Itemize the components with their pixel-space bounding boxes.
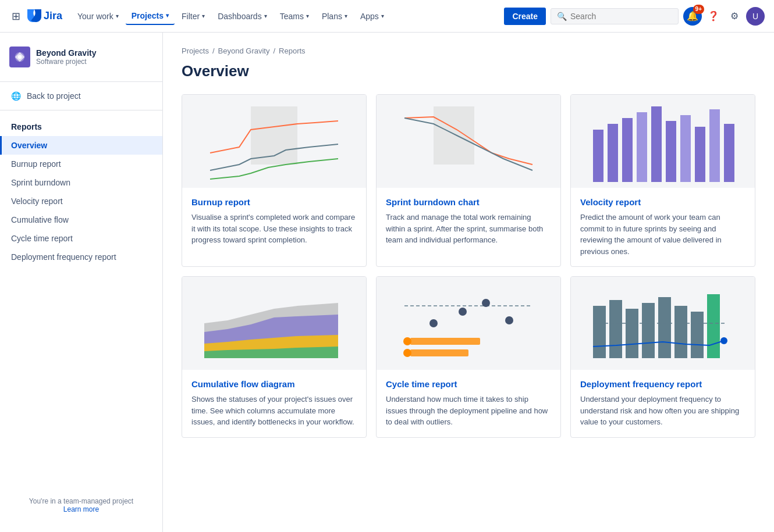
sprint-burndown-card-body: Sprint burndown chart Track and manage t… [377,188,560,255]
sidebar-item-burnup[interactable]: Burnup report [0,155,162,173]
nav-projects[interactable]: Projects ▾ [126,8,175,25]
create-button[interactable]: Create [504,8,546,25]
svg-rect-30 [642,303,655,358]
svg-rect-28 [609,300,622,358]
sidebar-project: Beyond Gravity Software project [0,42,162,77]
project-name: Beyond Gravity [36,48,96,58]
cards-grid: Burnup report Visualise a sprint's compl… [182,94,755,438]
burnup-label: Burnup report [11,159,61,169]
card-sprint-burndown[interactable]: Sprint burndown chart Track and manage t… [376,94,561,267]
sidebar-divider-2 [0,110,162,110]
help-button[interactable]: ❓ [704,7,723,26]
velocity-chart [571,95,755,188]
grid-icon[interactable]: ⊞ [9,8,23,25]
sprint-burndown-desc: Track and manage the total work remainin… [386,212,551,246]
svg-rect-23 [410,338,480,345]
svg-rect-33 [691,312,704,358]
sidebar-item-overview[interactable]: Overview [0,136,162,155]
nav-teams[interactable]: Teams ▾ [274,8,315,24]
avatar[interactable]: U [746,7,765,26]
sidebar-item-sprint-burndown[interactable]: Sprint burndown [0,173,162,192]
velocity-title: Velocity report [580,197,745,207]
notification-button[interactable]: 🔔 9+ [683,7,702,26]
sidebar-divider [0,81,162,82]
sidebar-item-deployment-freq[interactable]: Deployment frequency report [0,248,162,266]
project-info: Beyond Gravity Software project [36,48,96,66]
card-deployment-freq[interactable]: Deployment frequency report Understand y… [570,276,755,438]
svg-rect-27 [593,306,606,358]
svg-point-36 [720,337,727,344]
svg-point-21 [482,299,490,307]
footer-text: You're in a team-managed project [9,497,153,505]
topnav-actions: 🔔 9+ ❓ ⚙ U [683,7,765,26]
breadcrumb-beyond-gravity[interactable]: Beyond Gravity [218,47,270,55]
project-icon [9,47,30,67]
topnav: ⊞ Jira Your work ▾ Projects ▾ Filter ▾ D… [0,0,774,33]
globe-icon: 🌐 [11,91,21,101]
svg-rect-5 [608,124,618,182]
svg-rect-29 [626,309,638,358]
svg-rect-4 [593,130,603,182]
sidebar-item-cycle-time[interactable]: Cycle time report [0,229,162,248]
page-title: Overview [182,62,755,80]
svg-rect-6 [622,118,633,182]
svg-point-19 [429,319,438,327]
deployment-freq-chart [571,277,755,370]
sidebar-item-velocity[interactable]: Velocity report [0,192,162,210]
svg-rect-8 [651,106,662,182]
svg-rect-13 [724,124,734,182]
search-box[interactable]: 🔍 [551,8,679,24]
nav-filter[interactable]: Filter ▾ [176,8,211,24]
velocity-card-body: Velocity report Predict the amount of wo… [571,188,755,266]
back-to-project-label: Back to project [27,91,81,101]
burnup-desc: Visualise a sprint's completed work and … [191,212,357,246]
sprint-burndown-title: Sprint burndown chart [386,197,551,207]
sidebar-footer: You're in a team-managed project Learn m… [0,488,162,523]
nav-dashboards[interactable]: Dashboards ▾ [212,8,273,24]
reports-label: Reports [11,122,42,131]
breadcrumb-projects[interactable]: Projects [182,47,209,55]
svg-rect-11 [695,127,705,182]
project-type: Software project [36,58,96,66]
card-burnup[interactable]: Burnup report Visualise a sprint's compl… [182,94,367,267]
svg-point-20 [459,308,467,316]
sidebar-item-back-to-project[interactable]: 🌐 Back to project [0,87,162,105]
search-input[interactable] [570,12,672,21]
velocity-label: Velocity report [11,197,63,206]
cumulative-title: Cumulative flow diagram [191,379,357,389]
sidebar: Beyond Gravity Software project 🌐 Back t… [0,33,163,532]
search-icon: 🔍 [557,12,567,21]
sidebar-item-reports: Reports [0,115,162,136]
notification-badge: 9+ [693,5,704,14]
breadcrumb: Projects / Beyond Gravity / Reports [182,47,755,55]
burnup-title: Burnup report [191,197,357,207]
card-velocity[interactable]: Velocity report Predict the amount of wo… [570,94,755,267]
cycle-time-desc: Understand how much time it takes to shi… [386,394,551,428]
cumulative-desc: Shows the statuses of your project's iss… [191,394,357,428]
footer-link[interactable]: Learn more [63,505,99,513]
sidebar-item-cumulative[interactable]: Cumulative flow [0,210,162,229]
layout: Beyond Gravity Software project 🌐 Back t… [0,33,774,532]
svg-rect-10 [680,115,691,182]
settings-button[interactable]: ⚙ [725,7,744,26]
svg-point-25 [403,337,411,345]
nav-apps[interactable]: Apps ▾ [354,8,390,24]
jira-logo[interactable]: Jira [27,9,62,23]
nav-yourwork[interactable]: Your work ▾ [72,8,125,24]
burnup-card-body: Burnup report Visualise a sprint's compl… [182,188,366,255]
velocity-desc: Predict the amount of work your team can… [580,212,745,257]
main-content: Projects / Beyond Gravity / Reports Over… [163,33,774,532]
cycle-time-chart [377,277,560,370]
svg-rect-34 [707,294,720,358]
logo-text: Jira [44,10,62,22]
svg-rect-3 [434,106,474,165]
breadcrumb-sep-1: / [212,47,215,55]
deployment-freq-title: Deployment frequency report [580,379,745,389]
deployment-freq-label: Deployment frequency report [11,252,116,262]
card-cycle-time[interactable]: Cycle time report Understand how much ti… [376,276,561,438]
svg-point-1 [18,55,22,59]
deployment-freq-card-body: Deployment frequency report Understand y… [571,370,755,437]
nav-plans[interactable]: Plans ▾ [316,8,353,24]
svg-point-26 [403,349,411,357]
card-cumulative[interactable]: Cumulative flow diagram Shows the status… [182,276,367,438]
